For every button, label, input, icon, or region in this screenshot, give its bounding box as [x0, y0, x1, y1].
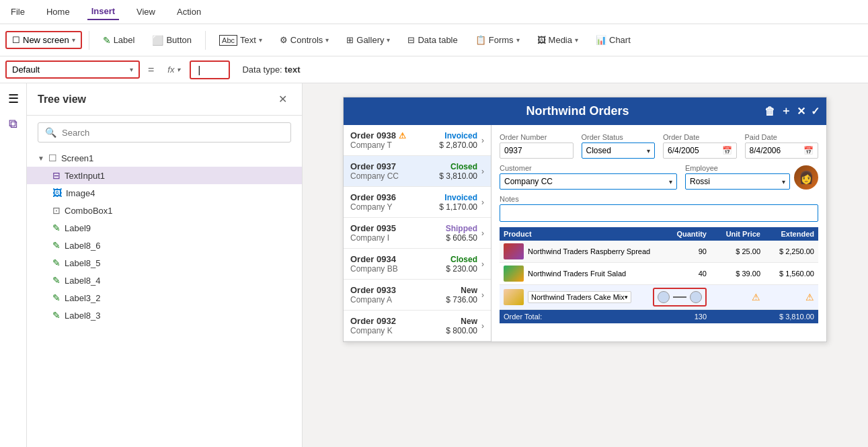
- order-num: Order 0937: [350, 161, 439, 171]
- text-button[interactable]: Abc Text ▾: [212, 32, 269, 49]
- order-num: Order 0935: [350, 223, 446, 233]
- paid-date-input[interactable]: 8/4/2006 📅: [745, 143, 819, 159]
- product-row-fruit[interactable]: Northwind Traders Fruit Salad 40 $ 39.00…: [500, 263, 818, 285]
- employee-input[interactable]: Rossi ▾: [685, 173, 790, 190]
- order-item-0936[interactable]: Order 0936 Company Y Invoiced $ 1,170.00…: [344, 187, 491, 218]
- order-status-label: Order Status: [582, 133, 656, 141]
- check-app-icon[interactable]: ✓: [811, 105, 820, 118]
- tree-item-label9[interactable]: ✎ Label9: [27, 219, 302, 237]
- app-header-icons: 🗑 ＋ ✕ ✓: [764, 104, 820, 118]
- order-item-0937[interactable]: Order 0937 Company CC Closed $ 3,810.00 …: [344, 156, 491, 187]
- controls-icon: ⚙: [280, 35, 288, 45]
- orders-list: Order 0938 ⚠ Company T Invoiced $ 2,870.…: [344, 125, 491, 341]
- order-date-calendar-icon[interactable]: 📅: [722, 146, 732, 155]
- order-total-row: Order Total: 130 $ 3,810.00: [500, 310, 818, 323]
- tree-item-image4[interactable]: 🖼 Image4: [27, 184, 302, 202]
- canvas-area: Northwind Orders 🗑 ＋ ✕ ✓ Order 093: [303, 83, 868, 447]
- tree-item-combobox1[interactable]: ⊡ ComboBox1: [27, 202, 302, 219]
- trash-icon[interactable]: 🗑: [764, 106, 775, 118]
- tree-item-label8-6[interactable]: ✎ Label8_6: [27, 237, 302, 254]
- employee-photo: 👩: [794, 165, 818, 190]
- paid-date-calendar-icon[interactable]: 📅: [803, 146, 814, 155]
- qty-line: [673, 296, 686, 298]
- data-table-button[interactable]: ⊟ Data table: [401, 32, 464, 48]
- tree-view-close[interactable]: ✕: [274, 91, 291, 107]
- menu-file[interactable]: File: [7, 4, 29, 19]
- hamburger-icon[interactable]: ☰: [8, 91, 19, 106]
- search-input[interactable]: [62, 128, 284, 138]
- close-app-icon[interactable]: ✕: [797, 105, 805, 118]
- property-dropdown[interactable]: Default ▾: [5, 60, 140, 79]
- order-chevron: ›: [477, 198, 484, 207]
- order-item-0932[interactable]: Order 0932 Company K New $ 800.00 ›: [344, 311, 491, 341]
- order-company: Company I: [350, 233, 446, 243]
- warn-icon-left: ⚠: [752, 292, 760, 302]
- media-button[interactable]: 🖼 Media ▾: [530, 32, 585, 48]
- chart-button[interactable]: 📊 Chart: [589, 32, 637, 48]
- notes-label: Notes: [500, 195, 818, 203]
- label8-4-icon: ✎: [52, 275, 61, 286]
- button-button[interactable]: ⬜ Button: [145, 32, 198, 49]
- button-icon: ⬜: [152, 35, 163, 46]
- order-date-input[interactable]: 6/4/2005 📅: [663, 143, 737, 159]
- label8-5-icon: ✎: [52, 257, 61, 268]
- forms-button[interactable]: 📋 Forms ▾: [469, 32, 526, 48]
- warn-icon: ⚠: [399, 131, 406, 140]
- tree-item-label3-2[interactable]: ✎ Label3_2: [27, 289, 302, 307]
- order-item-0933[interactable]: Order 0933 Company A New $ 736.00 ›: [344, 280, 491, 311]
- product-name-cell: Northwind Traders Raspberry Spread: [504, 243, 653, 259]
- controls-chevron: ▾: [325, 36, 329, 44]
- customer-input[interactable]: Company CC ▾: [500, 173, 677, 190]
- order-status: Invoiced: [439, 131, 477, 140]
- tree-item-textinput1[interactable]: ⊟ TextInput1: [27, 167, 302, 184]
- controls-button[interactable]: ⚙ Controls ▾: [273, 32, 336, 48]
- order-amount: $ 2,870.00: [439, 140, 477, 150]
- new-screen-button[interactable]: ☐ New screen ▾: [5, 31, 82, 49]
- menu-home[interactable]: Home: [42, 4, 74, 19]
- gallery-button[interactable]: ⊞ Gallery ▾: [340, 32, 397, 48]
- label-icon: ✎: [103, 35, 111, 46]
- gallery-icon: ⊞: [346, 35, 354, 45]
- menu-action[interactable]: Action: [173, 4, 205, 19]
- order-num: Order 0938 ⚠: [350, 130, 439, 140]
- app-header: Northwind Orders 🗑 ＋ ✕ ✓: [344, 97, 826, 125]
- order-right: Closed $ 3,810.00: [439, 162, 477, 181]
- search-icon: 🔍: [45, 127, 56, 138]
- formula-input[interactable]: |: [190, 60, 230, 79]
- order-chevron: ›: [477, 229, 484, 238]
- tree-item-label8-3[interactable]: ✎ Label8_3: [27, 307, 302, 324]
- expand-icon: ▼: [38, 155, 44, 162]
- order-status-input[interactable]: Closed ▾: [582, 143, 656, 159]
- tree-item-screen1[interactable]: ▼ ☐ Screen1: [27, 149, 302, 167]
- product-dropdown-arrow[interactable]: ▾: [625, 294, 628, 300]
- notes-input[interactable]: [500, 204, 818, 222]
- order-num: Order 0932: [350, 316, 446, 326]
- data-table-icon: ⊟: [407, 35, 415, 45]
- order-num: Order 0934: [350, 254, 446, 264]
- tree-search-box[interactable]: 🔍: [38, 122, 291, 143]
- order-item-0938[interactable]: Order 0938 ⚠ Company T Invoiced $ 2,870.…: [344, 125, 491, 156]
- product-name-cell: Northwind Traders Fruit Salad: [504, 266, 653, 282]
- order-left: Order 0934 Company BB: [350, 254, 446, 274]
- order-status: Shipped: [446, 224, 477, 233]
- label8-3-label: Label8_3: [65, 311, 101, 321]
- tree-item-label8-5[interactable]: ✎ Label8_5: [27, 254, 302, 272]
- order-status: New: [446, 317, 477, 326]
- order-item-0934[interactable]: Order 0934 Company BB Closed $ 230.00 ›: [344, 249, 491, 280]
- menu-view[interactable]: View: [132, 4, 159, 19]
- tree-item-label8-4[interactable]: ✎ Label8_4: [27, 272, 302, 289]
- product-row-raspberry[interactable]: Northwind Traders Raspberry Spread 90 $ …: [500, 241, 818, 263]
- order-chevron: ›: [477, 259, 484, 269]
- layers-icon[interactable]: ⧉: [9, 117, 17, 131]
- detail-row-3: Notes: [500, 195, 818, 222]
- product-row-cake[interactable]: Northwind Traders Cake Mix ▾: [500, 285, 818, 310]
- quantity-control[interactable]: [653, 288, 707, 307]
- menu-insert[interactable]: Insert: [87, 3, 119, 20]
- customer-field: Customer Company CC ▾: [500, 164, 677, 190]
- order-number-input[interactable]: 0937: [500, 143, 574, 159]
- order-item-0935[interactable]: Order 0935 Company I Shipped $ 606.50 ›: [344, 218, 491, 249]
- add-icon[interactable]: ＋: [781, 104, 791, 118]
- text-chevron: ▾: [259, 36, 262, 44]
- order-chevron: ›: [477, 321, 484, 331]
- label-button[interactable]: ✎ Label: [96, 32, 142, 49]
